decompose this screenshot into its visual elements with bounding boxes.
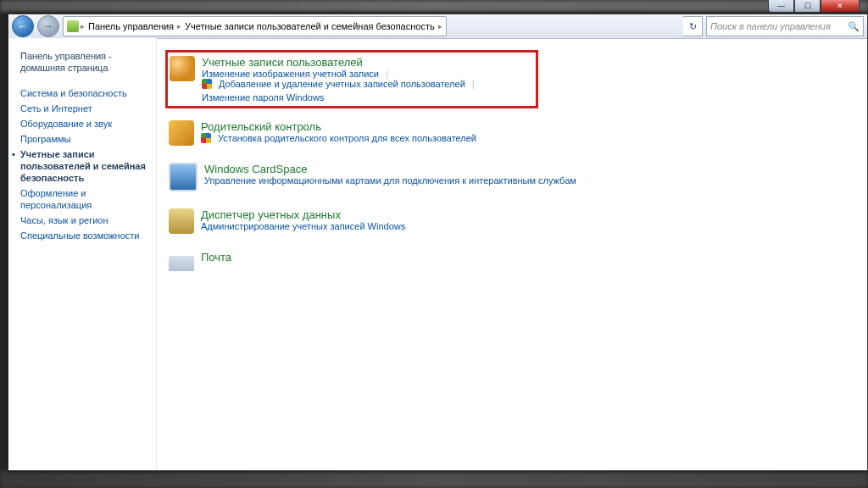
sidebar-item-ease[interactable]: Специальные возможности [20, 230, 153, 241]
family-icon [169, 120, 194, 146]
category-parental-controls: Родительский контроль Установка родитель… [165, 115, 855, 151]
chevron-right-icon: ▸ [177, 22, 181, 30]
task-link[interactable]: Установка родительского контроля для все… [218, 133, 476, 143]
task-link[interactable]: Управление информационными картами для п… [204, 175, 576, 186]
category-user-accounts: Учетные записи пользователей Изменение и… [165, 50, 538, 108]
task-link[interactable]: Администрирование учетных записей Window… [201, 221, 405, 231]
maximize-button[interactable]: ☐ [794, 0, 821, 13]
breadcrumb[interactable]: ▸ Панель управления ▸ Учетные записи пол… [63, 16, 447, 36]
breadcrumb-item[interactable]: Учетные записи пользователей и семейная … [183, 21, 437, 31]
shield-icon [202, 79, 212, 89]
users-icon [170, 56, 195, 81]
mail-icon [169, 251, 194, 276]
card-icon [169, 163, 198, 191]
category-credential-manager: Диспетчер учетных данных Администрирован… [165, 203, 855, 239]
nav-back-button[interactable]: ← [12, 15, 34, 37]
category-title[interactable]: Учетные записи пользователей [202, 56, 534, 69]
category-cardspace: Windows CardSpace Управление информацион… [165, 158, 855, 197]
category-mail: Почта [165, 246, 855, 281]
sidebar-item-appearance[interactable]: Оформление и персонализация [20, 187, 153, 211]
category-title[interactable]: Диспетчер учетных данных [201, 208, 405, 221]
sidebar-home[interactable]: Панель управления - домашняя страница [20, 50, 153, 74]
search-placeholder: Поиск в панели управления [710, 21, 831, 31]
sidebar-item-users-active[interactable]: Учетные записи пользователей и семейная … [20, 148, 153, 184]
address-bar: ← → ▸ Панель управления ▸ Учетные записи… [8, 14, 867, 39]
sidebar: Панель управления - домашняя страница Си… [8, 38, 157, 470]
category-title[interactable]: Почта [201, 251, 231, 263]
content-pane: Учетные записи пользователей Изменение и… [157, 38, 867, 470]
refresh-button[interactable]: ↻ [683, 16, 703, 36]
sidebar-item-programs[interactable]: Программы [20, 133, 153, 145]
shield-icon [201, 133, 211, 143]
window-caption-buttons: — ☐ ✕ [768, 0, 860, 13]
nav-forward-button[interactable]: → [37, 15, 59, 37]
sidebar-item-hardware[interactable]: Оборудование и звук [20, 118, 153, 130]
task-link[interactable]: Добавление и удаление учетных записей по… [219, 79, 465, 89]
sidebar-item-system[interactable]: Система и безопасность [20, 87, 153, 99]
task-link[interactable]: Изменение пароля Windows [202, 92, 324, 103]
minimize-button[interactable]: — [768, 0, 794, 13]
breadcrumb-item[interactable]: Панель управления [86, 21, 175, 31]
chevron-right-icon: ▸ [438, 22, 442, 30]
control-panel-icon [67, 20, 79, 32]
search-input[interactable]: Поиск в панели управления 🔍 [706, 16, 864, 36]
category-title[interactable]: Родительский контроль [201, 120, 476, 133]
category-title[interactable]: Windows CardSpace [204, 163, 576, 175]
close-button[interactable]: ✕ [821, 0, 860, 13]
sidebar-item-network[interactable]: Сеть и Интернет [20, 103, 153, 114]
sidebar-item-clock[interactable]: Часы, язык и регион [20, 214, 153, 226]
task-link[interactable]: Изменение изображения учетной записи [202, 69, 379, 79]
explorer-window: ← → ▸ Панель управления ▸ Учетные записи… [8, 14, 868, 471]
search-icon: 🔍 [848, 21, 860, 32]
chevron-right-icon: ▸ [81, 22, 85, 30]
vault-icon [169, 208, 194, 234]
